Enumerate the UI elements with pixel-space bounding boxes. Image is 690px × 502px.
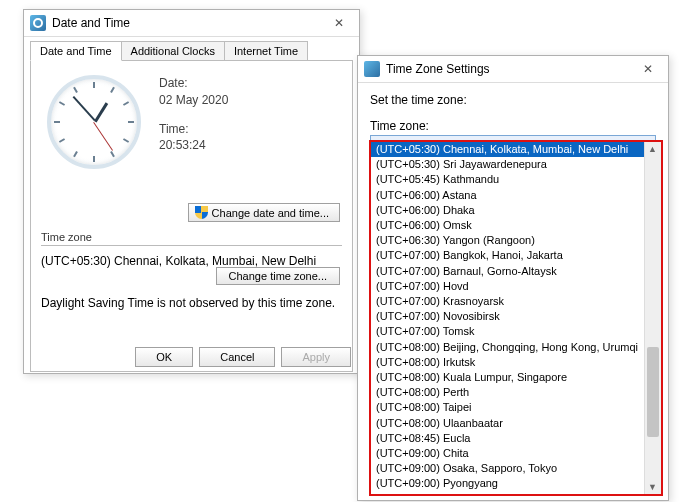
timezone-option[interactable]: (UTC+08:00) Perth (371, 385, 644, 400)
dst-notice: Daylight Saving Time is not observed by … (41, 296, 342, 310)
current-timezone: (UTC+05:30) Chennai, Kolkata, Mumbai, Ne… (41, 254, 342, 268)
analog-clock (47, 75, 141, 169)
window-title: Time Zone Settings (386, 62, 634, 76)
cancel-button[interactable]: Cancel (199, 347, 275, 367)
datetime-icon (30, 15, 46, 31)
timezone-option[interactable]: (UTC+08:00) Ulaanbaatar (371, 416, 644, 431)
timezone-option[interactable]: (UTC+09:00) Chita (371, 446, 644, 461)
timezone-option[interactable]: (UTC+07:00) Bangkok, Hanoi, Jakarta (371, 248, 644, 263)
title-bar[interactable]: Date and Time ✕ (24, 10, 359, 37)
timezone-option[interactable]: (UTC+08:00) Irkutsk (371, 355, 644, 370)
timezone-option[interactable]: (UTC+08:00) Kuala Lumpur, Singapore (371, 370, 644, 385)
change-date-time-button[interactable]: Change date and time... (188, 203, 340, 222)
divider (41, 245, 342, 246)
date-time-dialog: Date and Time ✕ Date and Time Additional… (23, 9, 360, 374)
change-timezone-button[interactable]: Change time zone... (216, 267, 340, 285)
timezone-field-label: Time zone: (370, 119, 656, 133)
timezone-option[interactable]: (UTC+07:00) Barnaul, Gorno-Altaysk (371, 264, 644, 279)
timezone-option[interactable]: (UTC+07:00) Tomsk (371, 324, 644, 339)
timezone-option[interactable]: (UTC+06:00) Dhaka (371, 203, 644, 218)
shield-icon (195, 206, 208, 219)
timezone-option[interactable]: (UTC+08:45) Eucla (371, 431, 644, 446)
scrollbar[interactable]: ▲ ▼ (644, 142, 661, 494)
tab-additional-clocks[interactable]: Additional Clocks (121, 41, 225, 61)
apply-button[interactable]: Apply (281, 347, 351, 367)
date-label: Date: (159, 75, 228, 92)
tab-date-time[interactable]: Date and Time (30, 41, 122, 61)
close-icon[interactable]: ✕ (634, 62, 662, 76)
ok-button[interactable]: OK (135, 347, 193, 367)
title-bar[interactable]: Time Zone Settings ✕ (358, 56, 668, 83)
hour-hand (94, 102, 108, 122)
timezone-option[interactable]: (UTC+06:00) Omsk (371, 218, 644, 233)
tab-internet-time[interactable]: Internet Time (224, 41, 308, 61)
datetime-icon (364, 61, 380, 77)
timezone-option[interactable]: (UTC+05:30) Chennai, Kolkata, Mumbai, Ne… (371, 142, 644, 157)
close-icon[interactable]: ✕ (325, 14, 353, 32)
dialog-buttons: OK Cancel Apply (135, 347, 351, 367)
timezone-option[interactable]: (UTC+07:00) Hovd (371, 279, 644, 294)
timezone-option[interactable]: (UTC+07:00) Krasnoyarsk (371, 294, 644, 309)
timezone-dropdown[interactable]: (UTC+05:30) Chennai, Kolkata, Mumbai, Ne… (369, 140, 663, 496)
timezone-option[interactable]: (UTC+05:30) Sri Jayawardenepura (371, 157, 644, 172)
timezone-option[interactable]: (UTC+08:00) Beijing, Chongqing, Hong Kon… (371, 340, 644, 355)
timezone-option[interactable]: (UTC+06:00) Astana (371, 188, 644, 203)
time-value: 20:53:24 (159, 137, 228, 154)
minute-hand (73, 96, 96, 121)
date-value: 02 May 2020 (159, 92, 228, 109)
timezone-header: Time zone (41, 231, 342, 243)
second-hand (93, 122, 113, 151)
timezone-option[interactable]: (UTC+07:00) Novosibirsk (371, 309, 644, 324)
scroll-thumb[interactable] (647, 347, 659, 437)
change-date-time-label: Change date and time... (212, 207, 329, 219)
time-label: Time: (159, 121, 228, 138)
tab-strip: Date and Time Additional Clocks Internet… (30, 41, 353, 61)
timezone-option[interactable]: (UTC+09:00) Seoul (371, 492, 644, 494)
timezone-option[interactable]: (UTC+09:00) Osaka, Sapporo, Tokyo (371, 461, 644, 476)
window-title: Date and Time (52, 16, 325, 30)
timezone-option[interactable]: (UTC+09:00) Pyongyang (371, 476, 644, 491)
timezone-option[interactable]: (UTC+08:00) Taipei (371, 400, 644, 415)
scroll-up-icon[interactable]: ▲ (648, 144, 657, 154)
scroll-down-icon[interactable]: ▼ (648, 482, 657, 492)
set-timezone-label: Set the time zone: (370, 93, 656, 107)
timezone-option[interactable]: (UTC+06:30) Yangon (Rangoon) (371, 233, 644, 248)
timezone-option[interactable]: (UTC+05:45) Kathmandu (371, 172, 644, 187)
tab-body: Date: 02 May 2020 Time: 20:53:24 Change … (30, 60, 353, 372)
